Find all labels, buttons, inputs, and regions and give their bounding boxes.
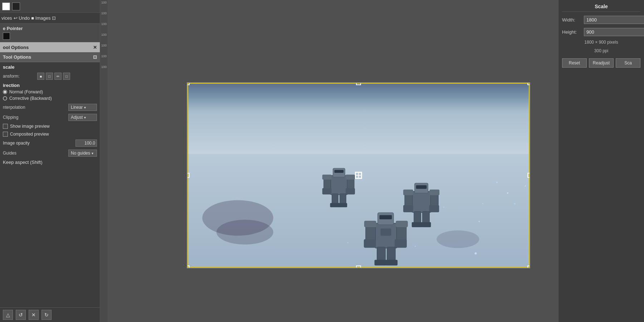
action-redo-btn[interactable]: ↻ — [42, 310, 52, 320]
handle-bottom-mid[interactable] — [356, 265, 361, 268]
sca-button[interactable]: Sca — [616, 58, 640, 68]
transform-icons: ■ □ ✏ □ — [37, 73, 70, 80]
svg-point-10 — [507, 192, 508, 194]
guides-dropdown[interactable]: No guides ▾ — [68, 150, 97, 157]
svg-rect-28 — [322, 175, 332, 180]
interpolation-arrow: ▾ — [84, 106, 86, 109]
background-color[interactable] — [12, 3, 20, 10]
handle-top-left[interactable] — [187, 82, 190, 85]
transform-icon-1[interactable]: □ — [46, 73, 53, 80]
handle-bottom-right[interactable] — [527, 265, 530, 268]
transform-row: ansform: ■ □ ✏ □ — [3, 73, 97, 80]
ruler-mark-5: 100 — [101, 44, 107, 47]
svg-rect-55 — [396, 221, 408, 227]
clipping-value: Adjust — [71, 115, 83, 120]
radio-corrective[interactable]: Corrective (Backward) — [3, 96, 97, 101]
svg-rect-38 — [423, 211, 430, 224]
svg-rect-35 — [403, 205, 413, 212]
svg-rect-39 — [412, 222, 422, 227]
transform-icon-0[interactable]: ■ — [37, 73, 44, 80]
foreground-color[interactable] — [2, 3, 10, 10]
ruler-mark-7: 100 — [101, 65, 107, 69]
image-opacity-label: Image opacity — [3, 141, 30, 146]
svg-rect-30 — [412, 191, 431, 213]
ruler-mark-4: 100 — [101, 33, 107, 36]
handle-mid-left[interactable] — [187, 173, 190, 178]
svg-rect-42 — [429, 190, 439, 195]
radio-normal-dot[interactable] — [3, 90, 7, 94]
svg-rect-0 — [188, 83, 529, 154]
action-undo-btn[interactable]: ↺ — [16, 310, 26, 320]
reset-button[interactable]: Reset — [562, 58, 587, 68]
bottom-actions: △ ↺ ✕ ↻ — [0, 307, 100, 322]
action-delete-btn[interactable]: ✕ — [29, 310, 39, 320]
transform-icon-2[interactable]: ✏ — [54, 73, 62, 80]
svg-rect-51 — [387, 247, 395, 261]
svg-point-16 — [525, 185, 526, 186]
menu-item-vices[interactable]: vices — [1, 15, 12, 21]
menubar: vices ↩ Undo ■ Images ⊡ — [0, 13, 100, 24]
svg-rect-48 — [364, 239, 376, 248]
show-image-preview-row[interactable]: Show image preview — [3, 124, 97, 129]
svg-rect-19 — [335, 170, 344, 173]
transform-icon-3[interactable]: □ — [63, 73, 70, 80]
show-image-preview-checkbox[interactable] — [3, 124, 8, 129]
interpolation-dropdown[interactable]: Linear ▾ — [68, 104, 97, 111]
image-opacity-input[interactable] — [75, 140, 97, 147]
clipping-dropdown[interactable]: Adjust ▾ — [68, 114, 97, 121]
interpolation-value: Linear — [71, 105, 83, 110]
handle-top-mid[interactable] — [356, 82, 361, 85]
clipping-arrow: ▾ — [84, 116, 86, 119]
menu-item-collapse[interactable]: ⊡ — [52, 15, 56, 21]
svg-rect-23 — [346, 188, 355, 195]
interpolation-label: nterpolation — [3, 105, 35, 110]
scale-section-title: scale — [3, 64, 97, 70]
radio-normal[interactable]: Normal (Forward) — [3, 89, 97, 94]
tool-options-collapse-icon[interactable]: ⊡ — [93, 54, 97, 60]
image-opacity-row: Image opacity — [3, 140, 97, 147]
svg-rect-37 — [414, 211, 421, 224]
menu-item-undo[interactable]: ↩ Undo — [14, 15, 30, 21]
pointer-color-box[interactable] — [3, 33, 10, 40]
tool-options-old-label: ool Options — [3, 45, 29, 50]
height-input[interactable] — [584, 28, 644, 36]
tool-options-header: Tool Options ⊡ — [0, 52, 100, 62]
svg-rect-41 — [403, 190, 413, 195]
direction-label: irection — [3, 83, 97, 88]
svg-rect-54 — [364, 221, 376, 227]
svg-point-8 — [347, 242, 348, 243]
handle-top-right[interactable] — [527, 82, 530, 85]
clipping-row: Clipping Adjust ▾ — [3, 114, 97, 121]
handle-bottom-left[interactable] — [187, 265, 190, 268]
handle-mid-right[interactable] — [527, 173, 530, 178]
scale-dialog-title: Scale — [562, 4, 640, 12]
composited-preview-label: Composited preview — [10, 132, 49, 137]
height-label: Height: — [562, 29, 582, 35]
tool-options-old-icon[interactable]: ✕ — [93, 45, 97, 50]
svg-point-14 — [496, 182, 498, 183]
radio-corrective-dot[interactable] — [3, 96, 7, 101]
ruler-mark-6: 100 — [101, 54, 107, 58]
menu-item-images[interactable]: ■ Images — [31, 15, 50, 21]
svg-point-12 — [482, 203, 483, 204]
svg-rect-32 — [416, 185, 427, 189]
readjust-button[interactable]: Readjust — [589, 58, 614, 68]
action-reset-btn[interactable]: △ — [3, 310, 13, 320]
pointer-section: e Pointer — [0, 24, 100, 42]
canvas-container — [187, 82, 530, 268]
composited-preview-row[interactable]: Composited preview — [3, 132, 97, 137]
svg-rect-24 — [332, 194, 338, 205]
svg-rect-49 — [395, 239, 407, 248]
handle-center[interactable] — [355, 172, 362, 179]
interpolation-row: nterpolation Linear ▾ — [3, 104, 97, 111]
svg-point-11 — [474, 252, 477, 254]
canvas-image[interactable] — [187, 82, 530, 268]
composited-preview-checkbox[interactable] — [3, 132, 8, 137]
svg-rect-29 — [346, 175, 355, 180]
top-toolbar — [0, 0, 100, 13]
show-image-preview-label: Show image preview — [10, 124, 50, 129]
ppi-info: 300 ppi — [562, 48, 640, 53]
svg-point-3 — [216, 220, 273, 244]
width-input[interactable] — [584, 16, 644, 24]
direction-section: irection Normal (Forward) Corrective (Ba… — [3, 83, 97, 101]
